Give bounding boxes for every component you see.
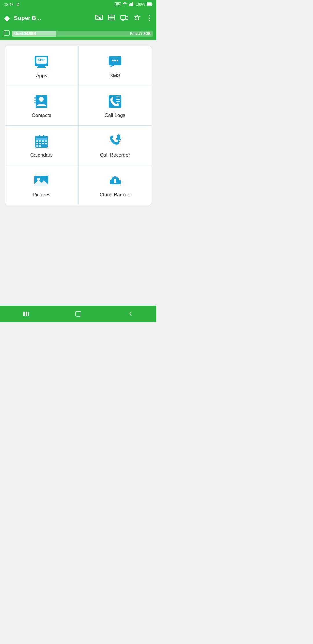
svg-rect-13 (126, 17, 128, 19)
svg-rect-47 (42, 140, 44, 142)
svg-rect-2 (131, 3, 132, 6)
pictures-label: Pictures (33, 192, 50, 198)
svg-marker-26 (110, 65, 114, 68)
more-options-button[interactable]: ⋮ (146, 14, 152, 22)
svg-rect-18 (5, 32, 6, 32)
svg-rect-33 (34, 100, 36, 101)
app-title: Super B... (14, 15, 92, 21)
svg-point-28 (114, 60, 116, 61)
svg-point-31 (39, 97, 44, 102)
grid-row-3: Calendars (5, 126, 152, 165)
pictures-cell[interactable]: Pictures (5, 165, 79, 205)
svg-rect-17 (4, 31, 9, 35)
notification-icon: 🖥 (16, 2, 20, 7)
storage-free: Free:77.8GB (130, 32, 151, 36)
svg-rect-32 (34, 97, 36, 99)
svg-rect-48 (45, 140, 47, 142)
svg-marker-16 (134, 15, 140, 19)
contacts-label: Contacts (32, 113, 51, 118)
svg-rect-53 (36, 145, 38, 147)
svg-rect-51 (42, 143, 44, 144)
call-logs-cell[interactable]: Call Logs (79, 86, 152, 125)
toolbar-actions: AD ⋮ (95, 14, 152, 22)
favorite-button[interactable] (134, 14, 141, 22)
wifi-icon (123, 2, 127, 7)
svg-rect-34 (34, 102, 36, 103)
contacts-cell[interactable]: Contacts (5, 86, 79, 125)
svg-rect-5 (152, 3, 152, 5)
call-logs-icon (108, 94, 123, 109)
battery-percent: 100% (136, 2, 145, 6)
diamond-icon: ◆ (4, 14, 10, 23)
svg-rect-54 (39, 145, 41, 147)
cloud-backup-label: Cloud Backup (100, 192, 130, 198)
svg-rect-42 (36, 138, 47, 140)
svg-rect-45 (36, 140, 38, 142)
calendars-icon (34, 134, 49, 149)
status-bar: 13:48 🖥 HD 100% (0, 0, 156, 9)
grid-row-1: APP Apps SMS (5, 46, 152, 86)
calendars-cell[interactable]: Calendars (5, 126, 79, 165)
apps-cell[interactable]: APP Apps (5, 46, 79, 86)
sms-label: SMS (110, 73, 120, 79)
main-content: APP Apps SMS (0, 40, 156, 306)
svg-rect-43 (39, 135, 40, 138)
multidevice-button[interactable] (120, 14, 128, 22)
call-recorder-cell[interactable]: Call Recorder (79, 126, 152, 165)
svg-rect-66 (26, 312, 27, 316)
cloud-backup-cell[interactable]: Cloud Backup (79, 165, 152, 205)
svg-rect-67 (28, 312, 29, 316)
recents-button[interactable] (17, 306, 35, 322)
svg-rect-58 (117, 134, 120, 140)
call-recorder-icon-v2 (108, 134, 123, 149)
backup-button[interactable] (108, 14, 115, 22)
bottom-nav (0, 306, 156, 322)
storage-used: Used:34.9GB (14, 32, 36, 36)
svg-rect-6 (147, 3, 151, 5)
svg-rect-68 (76, 311, 81, 316)
svg-rect-12 (121, 15, 126, 19)
grid-row-4: Pictures Cloud Backup (5, 165, 152, 205)
signal-icon (129, 2, 134, 7)
svg-rect-21 (38, 66, 45, 67)
apps-label: Apps (36, 73, 47, 79)
svg-rect-22 (37, 67, 46, 68)
svg-text:APP: APP (37, 58, 45, 62)
cloud-backup-icon (108, 173, 123, 189)
storage-bar: Used:34.9GB Free:77.8GB (0, 27, 156, 40)
svg-rect-3 (132, 2, 133, 6)
svg-rect-49 (36, 143, 38, 144)
sms-icon (108, 54, 123, 69)
svg-rect-0 (129, 4, 130, 6)
back-button[interactable] (122, 306, 139, 322)
home-button[interactable] (70, 306, 87, 322)
svg-rect-44 (43, 135, 44, 138)
svg-rect-52 (45, 143, 47, 144)
hd-badge: HD (115, 2, 121, 7)
grid-row-2: Contacts Call Logs (5, 86, 152, 126)
no-ad-button[interactable]: AD (95, 14, 103, 22)
svg-point-27 (112, 60, 114, 61)
call-logs-label: Call Logs (105, 113, 125, 118)
contacts-icon (34, 94, 49, 109)
call-recorder-label: Call Recorder (100, 152, 130, 158)
toolbar: ◆ Super B... AD (0, 9, 156, 27)
svg-rect-46 (39, 140, 41, 142)
storage-track: Used:34.9GB Free:77.8GB (12, 31, 153, 37)
status-time: 13:48 (4, 2, 14, 7)
storage-icon (3, 30, 10, 37)
status-right: HD 100% (115, 2, 152, 7)
battery-icon (147, 2, 152, 7)
svg-rect-65 (23, 312, 25, 316)
svg-rect-50 (39, 143, 41, 144)
feature-grid: APP Apps SMS (5, 46, 152, 205)
calendars-label: Calendars (30, 152, 53, 158)
svg-rect-64 (114, 179, 116, 183)
sms-cell[interactable]: SMS (79, 46, 152, 86)
apps-icon: APP (34, 54, 49, 69)
pictures-icon (34, 173, 49, 189)
svg-rect-1 (130, 3, 131, 6)
svg-point-29 (117, 60, 118, 61)
